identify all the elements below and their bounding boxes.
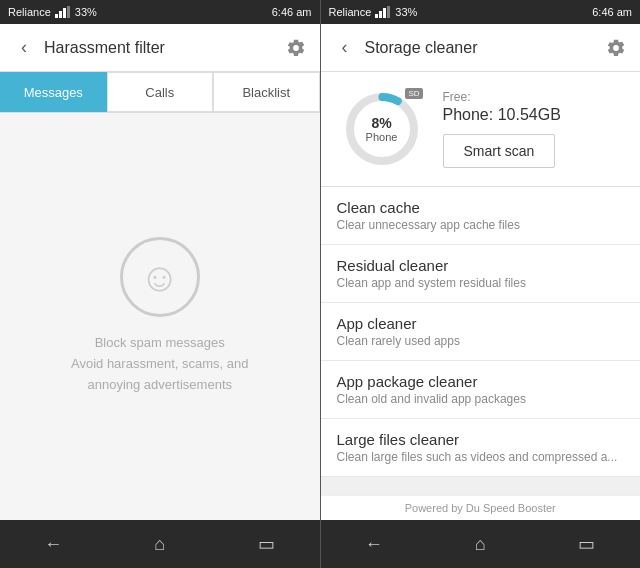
left-back-nav[interactable]: ← xyxy=(0,520,107,568)
left-status-left: Reliance 33% xyxy=(8,6,97,18)
empty-state: ☺ Block spam messages Avoid harassment, … xyxy=(0,113,320,520)
donut-phone-label: Phone xyxy=(366,131,398,143)
left-page-title: Harassment filter xyxy=(40,39,280,57)
right-panel: Reliance 33% 6:46 am ‹ Storage cleaner 8… xyxy=(321,0,641,568)
storage-info: Free: Phone: 10.54GB Smart scan xyxy=(443,90,625,168)
clean-cache-item[interactable]: Clean cache Clear unnecessary app cache … xyxy=(321,187,641,245)
right-status-right: 6:46 am xyxy=(592,6,632,18)
right-gear-icon xyxy=(606,38,626,58)
svg-rect-3 xyxy=(67,6,70,18)
left-settings-button[interactable] xyxy=(280,32,312,64)
right-time: 6:46 am xyxy=(592,6,632,18)
clean-cache-title: Clean cache xyxy=(337,199,625,216)
donut-chart: 8% Phone SD xyxy=(337,84,427,174)
large-files-title: Large files cleaner xyxy=(337,431,625,448)
clean-cache-desc: Clear unnecessary app cache files xyxy=(337,218,625,232)
left-signal: 33% xyxy=(75,6,97,18)
smiley-icon: ☺ xyxy=(120,237,200,317)
cleaner-list: Clean cache Clear unnecessary app cache … xyxy=(321,187,641,495)
large-files-desc: Clean large files such as videos and com… xyxy=(337,450,625,464)
phone-size: Phone: 10.54GB xyxy=(443,106,625,124)
svg-rect-1 xyxy=(59,11,62,18)
right-signal: 33% xyxy=(395,6,417,18)
svg-rect-7 xyxy=(387,6,390,18)
gear-icon xyxy=(286,38,306,58)
right-back-nav[interactable]: ← xyxy=(321,520,428,568)
free-label: Free: xyxy=(443,90,625,104)
left-status-bar: Reliance 33% 6:46 am xyxy=(0,0,320,24)
left-carrier: Reliance xyxy=(8,6,51,18)
app-package-cleaner-item[interactable]: App package cleaner Clean old and invali… xyxy=(321,361,641,419)
right-back-button[interactable]: ‹ xyxy=(329,32,361,64)
storage-section: 8% Phone SD Free: Phone: 10.54GB Smart s… xyxy=(321,72,641,187)
right-home-nav[interactable]: ⌂ xyxy=(427,520,534,568)
left-recent-nav[interactable]: ▭ xyxy=(213,520,320,568)
filter-tabs: Messages Calls Blacklist xyxy=(0,72,320,113)
app-package-title: App package cleaner xyxy=(337,373,625,390)
right-carrier: Reliance xyxy=(329,6,372,18)
svg-rect-0 xyxy=(55,14,58,18)
right-settings-button[interactable] xyxy=(600,32,632,64)
right-signal-icon xyxy=(375,6,391,18)
right-bottom-nav: ← ⌂ ▭ xyxy=(321,520,641,568)
left-header: ‹ Harassment filter xyxy=(0,24,320,72)
residual-cleaner-title: Residual cleaner xyxy=(337,257,625,274)
left-time: 6:46 am xyxy=(272,6,312,18)
right-page-title: Storage cleaner xyxy=(361,39,601,57)
tab-blacklist[interactable]: Blacklist xyxy=(213,72,320,112)
signal-icon xyxy=(55,6,71,18)
powered-by: Powered by Du Speed Booster xyxy=(321,495,641,520)
app-cleaner-desc: Clean rarely used apps xyxy=(337,334,625,348)
left-panel: Reliance 33% 6:46 am ‹ Harassment filter… xyxy=(0,0,320,568)
left-home-nav[interactable]: ⌂ xyxy=(107,520,214,568)
app-package-desc: Clean old and invalid app packages xyxy=(337,392,625,406)
right-status-left: Reliance 33% xyxy=(329,6,418,18)
sd-badge: SD xyxy=(405,88,422,99)
left-bottom-nav: ← ⌂ ▭ xyxy=(0,520,320,568)
app-cleaner-item[interactable]: App cleaner Clean rarely used apps xyxy=(321,303,641,361)
right-header: ‹ Storage cleaner xyxy=(321,24,641,72)
svg-rect-6 xyxy=(383,8,386,18)
tab-calls[interactable]: Calls xyxy=(107,72,214,112)
svg-rect-4 xyxy=(375,14,378,18)
empty-description: Block spam messages Avoid harassment, sc… xyxy=(71,333,249,395)
svg-rect-2 xyxy=(63,8,66,18)
svg-rect-5 xyxy=(379,11,382,18)
left-back-button[interactable]: ‹ xyxy=(8,32,40,64)
right-recent-nav[interactable]: ▭ xyxy=(534,520,641,568)
tab-messages[interactable]: Messages xyxy=(0,72,107,112)
large-files-cleaner-item[interactable]: Large files cleaner Clean large files su… xyxy=(321,419,641,477)
left-status-right: 6:46 am xyxy=(272,6,312,18)
residual-cleaner-item[interactable]: Residual cleaner Clean app and system re… xyxy=(321,245,641,303)
smart-scan-button[interactable]: Smart scan xyxy=(443,134,556,168)
donut-percent: 8% xyxy=(366,115,398,131)
residual-cleaner-desc: Clean app and system residual files xyxy=(337,276,625,290)
app-cleaner-title: App cleaner xyxy=(337,315,625,332)
donut-label: 8% Phone xyxy=(366,115,398,143)
right-status-bar: Reliance 33% 6:46 am xyxy=(321,0,641,24)
